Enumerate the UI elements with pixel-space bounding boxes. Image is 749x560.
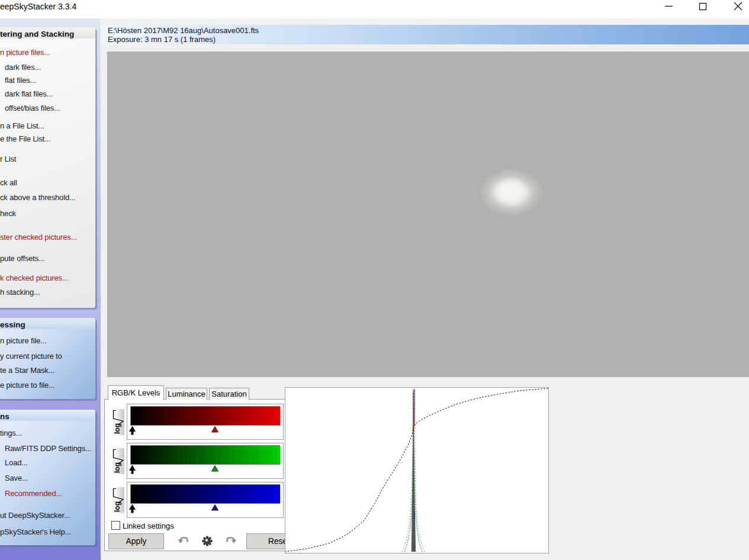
- svg-text:log: log: [113, 462, 121, 473]
- svg-text:log: log: [113, 423, 121, 434]
- svg-text:log: log: [113, 501, 121, 512]
